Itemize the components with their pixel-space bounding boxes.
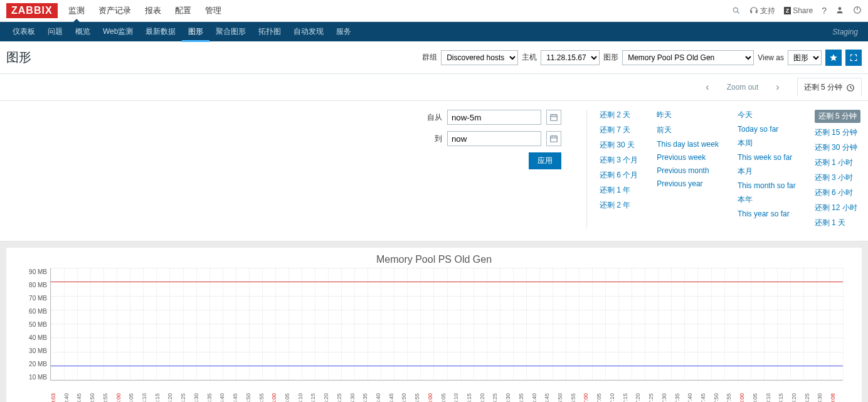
range-panel: 自从 到 应用 还剩 2 天还剩 7 天还剩 30 天还剩 3 个月还剩 6 个… [0,101,868,241]
quick-range-link[interactable]: 本月 [738,166,796,177]
quick-range-link[interactable]: 还剩 6 个月 [600,170,638,181]
x-tick: 10:07:20 [635,393,648,402]
quick-range-link[interactable]: 还剩 15 分钟 [815,127,860,138]
x-tick: 10:05:15 [310,393,323,402]
from-calendar-button[interactable] [546,110,561,125]
page-header: 图形 群组 Discovered hosts 主机 11.28.15.67 图形… [0,41,868,74]
top-right: 支持 Z Share ? [647,4,862,18]
fullscreen-button[interactable] [845,50,862,66]
quick-range-link[interactable]: 今天 [738,110,796,120]
topnav-item-0[interactable]: 监测 [67,0,86,21]
quick-range-link[interactable]: 昨天 [657,110,719,120]
svg-point-0 [733,8,738,12]
clock-icon [846,83,855,92]
quick-range-link[interactable]: 还剩 1 年 [600,185,638,196]
quick-range-link[interactable]: 还剩 6 小时 [815,188,860,198]
quick-range-link[interactable]: 还剩 1 天 [815,218,860,228]
quick-range-link[interactable]: Today so far [738,125,796,134]
topnav-item-3[interactable]: 配置 [174,0,193,21]
to-input[interactable] [447,131,541,146]
subnav-item-6[interactable]: 聚合图形 [209,21,252,42]
x-tick: 10:04:35 [206,393,220,402]
plot[interactable] [50,268,843,381]
y-tick: 60 MB [19,308,47,315]
y-tick: 50 MB [19,321,47,328]
x-tick: 10:07:10 [609,393,622,402]
x-tick: 10:08:25 [804,393,817,402]
quick-range-link[interactable]: This week so far [738,153,796,162]
series-used [51,366,843,366]
quick-range-link[interactable]: 还剩 2 年 [600,200,638,211]
quick-range-link[interactable]: 前天 [657,125,719,135]
support-link[interactable]: 支持 [749,6,775,16]
quick-ranges: 还剩 2 天还剩 7 天还剩 30 天还剩 3 个月还剩 6 个月还剩 1 年还… [593,110,860,228]
user-icon[interactable] [835,6,844,16]
x-tick: 10:07:50 [713,393,726,402]
current-range-tab[interactable]: 还剩 5 分钟 [797,78,862,97]
x-tick: 10:04:00 [115,393,129,402]
share-link[interactable]: Z Share [784,6,813,15]
search-input[interactable] [647,4,741,18]
x-tick: 10:06:20 [479,393,492,402]
quick-range-link[interactable]: 还剩 2 天 [600,110,638,120]
help-icon[interactable]: ? [822,6,827,16]
search-icon[interactable] [647,4,741,18]
quick-range-link[interactable]: 还剩 30 分钟 [815,142,860,153]
quick-range-link[interactable]: 还剩 30 天 [600,140,638,151]
to-calendar-button[interactable] [546,131,561,146]
quick-range-link[interactable]: 还剩 3 个月 [600,155,638,166]
svg-rect-7 [551,115,558,120]
subnav-item-5[interactable]: 图形 [182,21,209,42]
graph-select[interactable]: Memory Pool PS Old Gen [622,50,754,65]
quick-range-link[interactable]: 还剩 7 天 [600,125,638,135]
topnav-item-2[interactable]: 报表 [144,0,162,21]
subnav-item-8[interactable]: 自动发现 [287,21,330,42]
quick-col: 还剩 2 天还剩 7 天还剩 30 天还剩 3 个月还剩 6 个月还剩 1 年还… [600,110,638,228]
x-tick: 10:07:25 [648,393,661,402]
topnav-item-1[interactable]: 资产记录 [97,0,132,21]
subnav-item-1[interactable]: 问题 [41,21,69,42]
favorite-button[interactable] [825,50,842,66]
subnav-item-9[interactable]: 服务 [330,21,357,42]
quick-range-link[interactable]: 还剩 12 小时 [815,203,860,213]
subnav-item-3[interactable]: Web监测 [97,21,139,42]
quick-range-link[interactable]: 还剩 5 分钟 [815,110,860,123]
from-input[interactable] [447,110,541,125]
x-tick: 10:03:50 [89,393,102,402]
from-label: 自从 [423,112,442,123]
quick-range-link[interactable]: Previous week [657,153,719,162]
group-select[interactable]: Discovered hosts [441,50,518,65]
sub-nav: 仪表板问题概览Web监测最新数据图形聚合图形拓扑图自动发现服务Staging [0,22,868,41]
x-tick: 10:05:40 [375,393,388,402]
subnav-item-4[interactable]: 最新数据 [139,21,182,42]
x-tick: 10:05:20 [323,393,336,402]
quick-range-link[interactable]: This month so far [738,181,796,190]
x-tick: 10:05:35 [362,393,375,402]
next-range-button[interactable]: › [771,82,784,93]
zoom-out-button[interactable]: Zoom out [727,83,759,92]
current-range-label: 还剩 5 分钟 [804,82,842,93]
svg-line-1 [737,12,739,14]
viewas-select[interactable]: 图形 [788,50,822,65]
power-icon[interactable] [853,6,862,16]
prev-range-button[interactable]: ‹ [701,82,714,93]
host-label: 主机 [522,52,537,63]
quick-range-link[interactable]: 还剩 3 小时 [815,172,860,183]
quick-range-link[interactable]: This year so far [738,209,796,218]
x-tick: 10:06:15 [466,393,479,402]
topnav-item-4[interactable]: 管理 [204,0,223,21]
subnav-item-2[interactable]: 概览 [69,21,97,42]
quick-range-link[interactable]: Previous month [657,166,719,175]
x-tick: 10:03:40 [63,393,77,402]
quick-range-link[interactable]: Previous year [657,179,719,188]
subnav-item-0[interactable]: 仪表板 [6,21,41,42]
apply-button[interactable]: 应用 [529,152,561,169]
viewas-label: View as [758,53,784,62]
quick-range-link[interactable]: 还剩 1 小时 [815,157,860,168]
quick-range-link[interactable]: 本周 [738,138,796,149]
y-tick: 20 MB [19,361,47,368]
quick-range-link[interactable]: This day last week [657,140,719,149]
subnav-item-7[interactable]: 拓扑图 [252,21,287,42]
host-select[interactable]: 11.28.15.67 [541,50,600,65]
quick-range-link[interactable]: 本年 [738,194,796,205]
